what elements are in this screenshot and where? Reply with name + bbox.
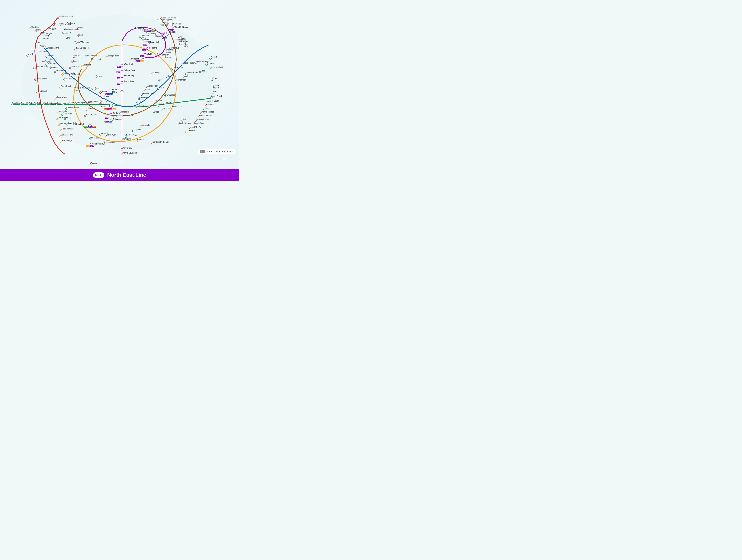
svg-point-199 bbox=[154, 101, 155, 103]
svg-text:Serangoon: Serangoon bbox=[129, 58, 139, 60]
svg-text:Bishan: Bishan bbox=[74, 54, 80, 56]
svg-point-281 bbox=[58, 124, 60, 126]
svg-text:NE10: NE10 bbox=[116, 72, 119, 73]
svg-point-388 bbox=[91, 162, 93, 164]
svg-text:Bright Hill: Bright Hill bbox=[81, 47, 90, 49]
svg-point-349 bbox=[87, 102, 88, 104]
svg-text:Tampines West: Tampines West bbox=[196, 60, 209, 62]
svg-point-141 bbox=[81, 103, 83, 104]
svg-point-255 bbox=[175, 80, 176, 82]
svg-text:Maxwell: Maxwell bbox=[101, 132, 107, 134]
svg-point-311 bbox=[69, 75, 71, 76]
svg-point-207 bbox=[132, 130, 134, 132]
svg-text:Bukit Panjang: Bukit Panjang bbox=[47, 47, 59, 49]
svg-text:Ubi: Ubi bbox=[159, 79, 162, 81]
svg-point-156 bbox=[172, 27, 173, 28]
svg-point-139 bbox=[75, 103, 76, 105]
svg-text:Chinatown: Chinatown bbox=[113, 118, 122, 120]
svg-point-10 bbox=[121, 64, 123, 66]
svg-point-305 bbox=[100, 92, 102, 94]
svg-text:Stadium: Stadium bbox=[182, 118, 190, 120]
svg-point-295 bbox=[106, 135, 107, 137]
svg-text:Bedok: Bedok bbox=[183, 75, 189, 77]
svg-text:Tanjong Katong: Tanjong Katong bbox=[196, 118, 209, 120]
svg-point-211 bbox=[121, 139, 123, 141]
svg-point-177 bbox=[205, 105, 206, 107]
svg-text:Lentor: Lentor bbox=[66, 37, 71, 39]
svg-point-155 bbox=[172, 24, 173, 25]
svg-point-297 bbox=[86, 109, 87, 111]
svg-text:EW16: EW16 bbox=[84, 126, 88, 127]
svg-text:Woodlands South: Woodlands South bbox=[64, 28, 79, 30]
svg-point-271 bbox=[58, 112, 59, 113]
svg-text:Fort Canning: Fort Canning bbox=[86, 113, 97, 116]
svg-text:MacPherson: MacPherson bbox=[148, 85, 158, 87]
svg-point-283 bbox=[60, 129, 62, 131]
svg-point-127 bbox=[36, 104, 37, 105]
svg-text:Farmway: Farmway bbox=[148, 33, 156, 35]
svg-point-7 bbox=[146, 48, 148, 50]
svg-text:CC29: CC29 bbox=[86, 146, 90, 147]
svg-point-347 bbox=[54, 98, 55, 99]
svg-point-16 bbox=[110, 113, 112, 115]
svg-text:Marina Bay: Marina Bay bbox=[122, 147, 132, 149]
svg-point-241 bbox=[166, 77, 168, 78]
svg-text:Kaki Bukit: Kaki Bukit bbox=[168, 75, 176, 77]
svg-point-257 bbox=[182, 77, 183, 78]
svg-text:Sam Kee: Sam Kee bbox=[173, 23, 181, 25]
svg-text:Buangkok: Buangkok bbox=[150, 41, 159, 43]
svg-text:South View: South View bbox=[41, 60, 51, 62]
svg-point-13 bbox=[121, 81, 123, 83]
svg-point-195 bbox=[177, 124, 179, 125]
svg-text:Renjong: Renjong bbox=[143, 40, 150, 42]
svg-text:Farrer Road: Farrer Road bbox=[61, 85, 71, 87]
svg-text:Simei: Simei bbox=[201, 70, 205, 72]
svg-text:NE1: NE1 bbox=[91, 146, 93, 147]
svg-text:Airport: Airport bbox=[213, 87, 219, 89]
svg-text:Newton: Newton bbox=[101, 90, 107, 92]
svg-point-293 bbox=[102, 143, 104, 145]
svg-text:Pending: Pending bbox=[43, 38, 50, 40]
svg-text:Woodlands North: Woodlands North bbox=[59, 16, 73, 18]
svg-text:Rumbia: Rumbia bbox=[165, 51, 171, 53]
svg-point-285 bbox=[59, 135, 61, 137]
svg-point-299 bbox=[84, 115, 86, 117]
svg-point-105 bbox=[65, 24, 67, 25]
svg-text:Mayflower: Mayflower bbox=[74, 41, 83, 43]
svg-text:Boon Keng: Boon Keng bbox=[124, 75, 134, 77]
svg-point-263 bbox=[90, 60, 92, 61]
svg-text:Tanah Merah: Tanah Merah bbox=[187, 72, 198, 74]
svg-text:Kent Ridge: Kent Ridge bbox=[57, 116, 67, 119]
svg-text:Tanjong Rhu: Tanjong Rhu bbox=[191, 126, 201, 128]
svg-text:Bangkit: Bangkit bbox=[46, 33, 52, 35]
svg-text:Bedok North: Bedok North bbox=[173, 66, 183, 68]
svg-point-301 bbox=[99, 102, 101, 104]
svg-point-135 bbox=[62, 104, 64, 105]
svg-text:NE6: NE6 bbox=[109, 108, 112, 110]
svg-text:Lorong Chuan: Lorong Chuan bbox=[107, 55, 119, 57]
svg-text:NE15: NE15 bbox=[144, 44, 147, 45]
svg-text:Bayshore: Bayshore bbox=[206, 104, 214, 106]
svg-point-231 bbox=[138, 98, 140, 100]
svg-text:Bras Basah: Bras Basah bbox=[123, 115, 133, 117]
svg-text:Bugis: Bugis bbox=[154, 111, 159, 113]
svg-text:NS24: NS24 bbox=[105, 108, 108, 110]
svg-text:Soo Teck: Soo Teck bbox=[160, 24, 168, 26]
svg-text:NE11: NE11 bbox=[117, 66, 120, 67]
svg-point-219 bbox=[151, 143, 153, 144]
svg-point-215 bbox=[121, 149, 123, 150]
svg-point-95 bbox=[91, 89, 93, 90]
svg-point-158 bbox=[210, 58, 211, 60]
svg-point-179 bbox=[204, 109, 205, 110]
svg-text:Kembangan: Kembangan bbox=[176, 79, 186, 81]
svg-text:Rochor: Rochor bbox=[137, 101, 143, 103]
svg-point-313 bbox=[62, 73, 63, 75]
svg-point-345 bbox=[59, 87, 61, 89]
svg-point-239 bbox=[158, 80, 159, 82]
svg-point-117 bbox=[71, 61, 73, 63]
svg-text:Buona Vista: Buona Vista bbox=[50, 103, 61, 105]
svg-point-175 bbox=[207, 102, 208, 103]
svg-text:India: India bbox=[112, 91, 117, 93]
svg-text:Bayfront: Bayfront bbox=[137, 139, 144, 141]
svg-text:Bukit Batok: Bukit Batok bbox=[38, 90, 47, 92]
